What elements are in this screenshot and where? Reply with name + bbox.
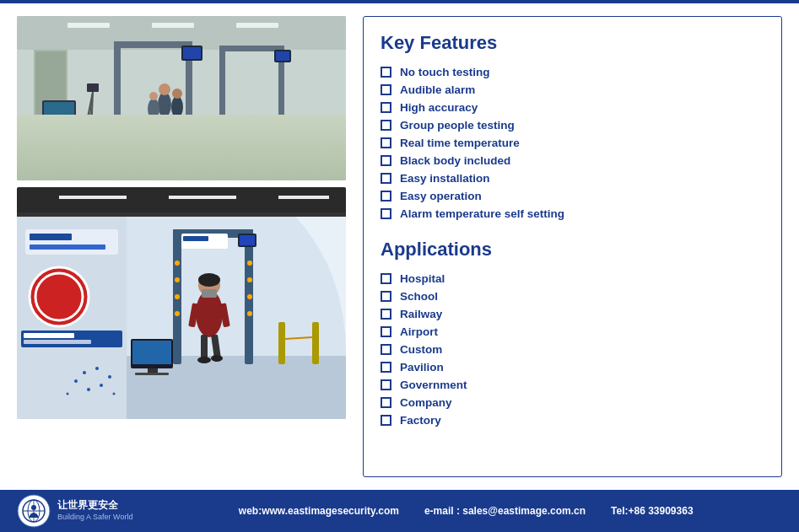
svg-rect-22 [87, 83, 99, 92]
checkbox-icon [381, 102, 391, 113]
svg-point-64 [247, 261, 252, 266]
application-item-label: Factory [400, 414, 441, 427]
svg-rect-70 [202, 289, 217, 298]
svg-rect-11 [114, 41, 192, 48]
feature-item-label: Alarm temperature self setting [400, 207, 564, 220]
key-features-list: No touch testing Audible alarm High accu… [381, 66, 764, 220]
svg-point-71 [198, 273, 220, 287]
checkbox-icon [381, 326, 391, 337]
checkbox-icon [381, 84, 391, 95]
feature-item-label: Easy operation [400, 190, 482, 202]
logo-line1: 让世界更安全 [57, 499, 132, 513]
tel-label: Tel: [611, 505, 628, 517]
checkbox-icon [381, 344, 391, 355]
svg-rect-40 [30, 245, 105, 250]
svg-point-77 [211, 355, 223, 362]
svg-point-52 [67, 393, 69, 395]
feature-item-label: Group people testing [400, 119, 515, 132]
svg-point-46 [83, 371, 86, 374]
svg-rect-36 [278, 196, 329, 199]
main-content: Key Features No touch testing Audible al… [0, 3, 799, 490]
list-item: Audible alarm [381, 83, 764, 96]
svg-point-26 [159, 83, 170, 95]
footer-logo: 让世界更安全 Building A Safer World [17, 494, 132, 528]
svg-rect-35 [169, 196, 236, 199]
footer: 让世界更安全 Building A Safer World web:www.ea… [0, 490, 799, 532]
svg-point-25 [158, 92, 171, 117]
checkbox-icon [381, 379, 391, 390]
svg-rect-84 [132, 341, 171, 364]
list-item: Alarm temperature self setting [381, 207, 764, 220]
checkbox-icon [381, 291, 391, 302]
svg-rect-8 [35, 51, 66, 132]
list-item: School [381, 290, 764, 303]
list-item: No touch testing [381, 66, 764, 78]
footer-logo-text: 让世界更安全 Building A Safer World [57, 499, 132, 522]
list-item: Real time temperature [381, 137, 764, 149]
svg-point-47 [95, 367, 99, 370]
svg-rect-14 [219, 46, 225, 138]
email-label: e-mail : [424, 505, 460, 517]
checkbox-icon [381, 273, 391, 284]
checkbox-icon [381, 137, 391, 148]
checkbox-icon [381, 309, 391, 320]
footer-tel: Tel:+86 33909363 [611, 505, 694, 517]
application-item-label: Hospital [400, 272, 445, 285]
list-item: Airport [381, 325, 764, 338]
checkbox-icon [381, 173, 391, 184]
images-column [17, 16, 346, 477]
checkbox-icon [381, 208, 391, 219]
svg-rect-86 [135, 373, 169, 375]
list-item: Custom [381, 343, 764, 356]
svg-rect-18 [276, 51, 289, 61]
page-wrapper: Key Features No touch testing Audible al… [0, 0, 799, 532]
list-item: Pavilion [381, 361, 764, 373]
footer-contact: web:www.eastimagesecurity.com e-mail : s… [149, 505, 782, 517]
list-item: Hospital [381, 272, 764, 285]
list-item: Railway [381, 308, 764, 320]
svg-rect-4 [236, 23, 278, 28]
logo-line2: Building A Safer World [57, 513, 132, 523]
svg-rect-2 [67, 23, 110, 28]
svg-rect-24 [44, 102, 74, 121]
svg-rect-32 [17, 187, 346, 212]
checkbox-icon [381, 397, 391, 408]
checkbox-icon [381, 155, 391, 166]
svg-rect-38 [25, 229, 118, 255]
feature-item-label: Real time temperature [400, 137, 520, 149]
svg-rect-3 [152, 23, 194, 28]
web-value: www.eastimagesecurity.com [262, 505, 399, 517]
svg-point-76 [197, 357, 211, 363]
list-item: High accuracy [381, 101, 764, 114]
tel-value: +86 33909363 [628, 505, 693, 517]
svg-rect-45 [24, 340, 91, 344]
svg-point-50 [87, 388, 90, 391]
list-item: Black body included [381, 154, 764, 167]
svg-rect-5 [17, 134, 346, 180]
checkbox-icon [381, 120, 391, 131]
list-item: Easy operation [381, 190, 764, 202]
svg-rect-72 [201, 335, 208, 360]
photo-top-scene [17, 16, 346, 180]
svg-point-28 [172, 89, 182, 99]
checkbox-icon [381, 191, 391, 202]
svg-rect-78 [278, 322, 285, 364]
photo-bottom [17, 187, 346, 419]
svg-point-51 [100, 384, 103, 387]
svg-rect-9 [114, 41, 121, 142]
svg-point-30 [149, 92, 158, 100]
applications-list: Hospital School Railway Airport [381, 272, 764, 427]
footer-email: e-mail : sales@eastimage.com.cn [424, 505, 586, 517]
svg-rect-34 [59, 196, 127, 199]
svg-point-60 [175, 261, 180, 266]
svg-point-67 [247, 311, 252, 316]
checkbox-icon [381, 67, 391, 78]
applications-section: Applications Hospital School Railway [381, 239, 764, 442]
logo-icon [17, 494, 51, 528]
svg-rect-13 [183, 47, 201, 59]
application-item-label: Airport [400, 325, 438, 338]
svg-point-29 [148, 99, 159, 119]
list-item: Company [381, 396, 764, 409]
svg-point-48 [108, 375, 111, 379]
svg-point-53 [113, 393, 116, 395]
